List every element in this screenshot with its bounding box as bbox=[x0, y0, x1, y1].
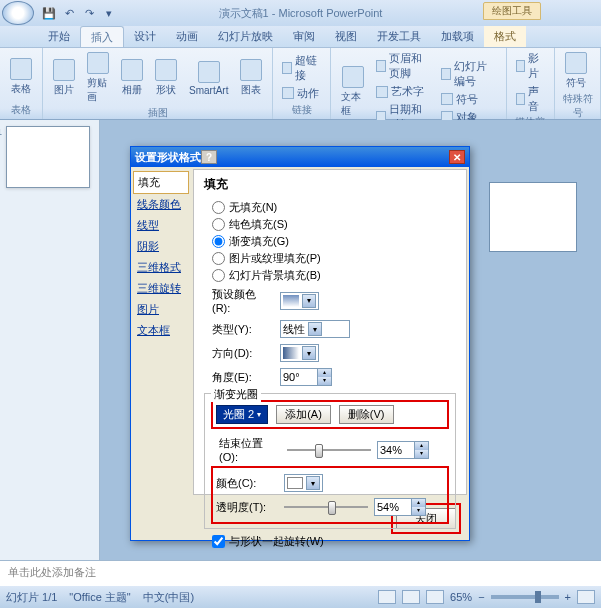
window-title: 演示文稿1 - Microsoft PowerPoint bbox=[219, 6, 383, 21]
notes-pane[interactable]: 单击此处添加备注 bbox=[0, 560, 601, 586]
group-text: 文本框 页眉和页脚 艺术字 日期和时间 幻灯片编号 符号 对象 文本 bbox=[331, 48, 507, 119]
chevron-down-icon: ▾ bbox=[257, 410, 261, 419]
smartart-button[interactable]: SmartArt bbox=[185, 50, 232, 106]
zoom-out-icon[interactable]: − bbox=[478, 591, 484, 603]
office-button[interactable] bbox=[2, 1, 34, 25]
direction-picker[interactable]: ▾ bbox=[280, 344, 319, 362]
tab-slideshow[interactable]: 幻灯片放映 bbox=[208, 26, 283, 47]
slide-canvas: 设置形状格式 ? ✕ 填充 线条颜色 线型 阴影 三维格式 三维旋转 图片 文本… bbox=[120, 134, 581, 546]
spin-up-icon[interactable]: ▴ bbox=[414, 442, 428, 450]
spin-up-icon[interactable]: ▴ bbox=[411, 499, 425, 507]
nav-picture[interactable]: 图片 bbox=[133, 299, 189, 320]
remove-stop-button[interactable]: 删除(V) bbox=[339, 405, 394, 424]
tab-design[interactable]: 设计 bbox=[124, 26, 166, 47]
album-button[interactable]: 相册 bbox=[117, 50, 147, 106]
zoom-slider[interactable] bbox=[491, 595, 559, 599]
radio-solid-fill[interactable] bbox=[212, 218, 225, 231]
angle-input[interactable] bbox=[281, 369, 317, 385]
spec-symbol-button[interactable]: 符号 bbox=[561, 50, 591, 92]
dialog-close-icon[interactable]: ✕ bbox=[449, 150, 465, 164]
nav-3d-rotation[interactable]: 三维旋转 bbox=[133, 278, 189, 299]
tab-view[interactable]: 视图 bbox=[325, 26, 367, 47]
nav-3d-format[interactable]: 三维格式 bbox=[133, 257, 189, 278]
direction-swatch-icon bbox=[283, 347, 299, 359]
tab-format[interactable]: 格式 bbox=[484, 26, 526, 47]
clipart-icon bbox=[87, 52, 109, 74]
nav-fill[interactable]: 填充 bbox=[133, 171, 189, 194]
stop-pos-slider[interactable] bbox=[287, 442, 371, 458]
symbol-button[interactable]: 符号 bbox=[438, 91, 499, 108]
spin-up-icon[interactable]: ▴ bbox=[317, 369, 331, 377]
chevron-down-icon: ▾ bbox=[306, 476, 320, 490]
spin-down-icon[interactable]: ▾ bbox=[414, 450, 428, 458]
picture-button[interactable]: 图片 bbox=[49, 50, 79, 106]
qat-dropdown-icon[interactable]: ▾ bbox=[102, 6, 116, 20]
slide-thumbnails-panel[interactable]: 1 bbox=[0, 120, 100, 560]
zoom-in-icon[interactable]: + bbox=[565, 591, 571, 603]
context-tool-label: 绘图工具 bbox=[483, 2, 541, 20]
slider-thumb[interactable] bbox=[315, 444, 323, 458]
transparency-label: 透明度(T): bbox=[216, 500, 278, 515]
spin-down-icon[interactable]: ▾ bbox=[411, 507, 425, 515]
spin-down-icon[interactable]: ▾ bbox=[317, 377, 331, 385]
chevron-down-icon: ▾ bbox=[302, 346, 316, 360]
transparency-slider[interactable] bbox=[284, 499, 368, 515]
smartart-icon bbox=[198, 61, 220, 83]
movie-button[interactable]: 影片 bbox=[513, 50, 548, 82]
hyperlink-button[interactable]: 超链接 bbox=[279, 52, 323, 84]
type-combo[interactable]: 线性▾ bbox=[280, 320, 350, 338]
selected-shape[interactable] bbox=[489, 182, 577, 252]
preset-color-picker[interactable]: ▾ bbox=[280, 292, 319, 310]
action-button[interactable]: 动作 bbox=[279, 85, 323, 102]
dialog-titlebar[interactable]: 设置形状格式 ? ✕ bbox=[131, 147, 469, 167]
add-stop-button[interactable]: 添加(A) bbox=[276, 405, 331, 424]
tab-anim[interactable]: 动画 bbox=[166, 26, 208, 47]
wordart-button[interactable]: 艺术字 bbox=[373, 83, 434, 100]
type-label: 类型(Y): bbox=[212, 322, 274, 337]
nav-shadow[interactable]: 阴影 bbox=[133, 236, 189, 257]
tab-home[interactable]: 开始 bbox=[38, 26, 80, 47]
slide-thumb-1[interactable]: 1 bbox=[6, 126, 90, 188]
radio-gradient-fill[interactable] bbox=[212, 235, 225, 248]
table-button[interactable]: 表格 bbox=[6, 50, 36, 103]
stop-color-picker[interactable]: ▾ bbox=[284, 474, 323, 492]
content-heading: 填充 bbox=[204, 176, 456, 193]
tab-addins[interactable]: 加载项 bbox=[431, 26, 484, 47]
undo-icon[interactable]: ↶ bbox=[62, 6, 76, 20]
nav-line[interactable]: 线型 bbox=[133, 215, 189, 236]
transparency-spinner[interactable]: ▴▾ bbox=[374, 498, 426, 516]
fit-window-button[interactable] bbox=[577, 590, 595, 604]
shapes-button[interactable]: 形状 bbox=[151, 50, 181, 106]
dialog-help-icon[interactable]: ? bbox=[201, 150, 217, 164]
slider-thumb[interactable] bbox=[328, 501, 336, 515]
stop-pos-input[interactable] bbox=[378, 442, 414, 458]
slide-editor[interactable]: 设置形状格式 ? ✕ 填充 线条颜色 线型 阴影 三维格式 三维旋转 图片 文本… bbox=[100, 120, 601, 560]
stop-pos-spinner[interactable]: ▴▾ bbox=[377, 441, 429, 459]
radio-no-fill[interactable] bbox=[212, 201, 225, 214]
tab-insert[interactable]: 插入 bbox=[80, 26, 124, 47]
save-icon[interactable]: 💾 bbox=[42, 6, 56, 20]
tab-dev[interactable]: 开发工具 bbox=[367, 26, 431, 47]
view-normal-button[interactable] bbox=[378, 590, 396, 604]
view-slideshow-button[interactable] bbox=[426, 590, 444, 604]
slidenum-button[interactable]: 幻灯片编号 bbox=[438, 58, 499, 90]
zoom-thumb[interactable] bbox=[535, 591, 541, 603]
tab-review[interactable]: 审阅 bbox=[283, 26, 325, 47]
clipart-button[interactable]: 剪贴画 bbox=[83, 50, 113, 106]
angle-spinner[interactable]: ▴▾ bbox=[280, 368, 332, 386]
stop-selector[interactable]: 光圈 2▾ bbox=[216, 405, 268, 424]
status-lang: 中文(中国) bbox=[143, 590, 194, 605]
radio-picture-fill[interactable] bbox=[212, 252, 225, 265]
transparency-input[interactable] bbox=[375, 499, 411, 515]
nav-textbox[interactable]: 文本框 bbox=[133, 320, 189, 341]
redo-icon[interactable]: ↷ bbox=[82, 6, 96, 20]
dialog-nav: 填充 线条颜色 线型 阴影 三维格式 三维旋转 图片 文本框 bbox=[131, 167, 191, 497]
view-sorter-button[interactable] bbox=[402, 590, 420, 604]
headerfooter-button[interactable]: 页眉和页脚 bbox=[373, 50, 434, 82]
status-slide: 幻灯片 1/1 bbox=[6, 590, 57, 605]
chart-button[interactable]: 图表 bbox=[236, 50, 266, 106]
rotate-with-shape-checkbox[interactable] bbox=[212, 535, 225, 548]
sound-button[interactable]: 声音 bbox=[513, 83, 548, 115]
nav-line-color[interactable]: 线条颜色 bbox=[133, 194, 189, 215]
radio-slidebg-fill[interactable] bbox=[212, 269, 225, 282]
